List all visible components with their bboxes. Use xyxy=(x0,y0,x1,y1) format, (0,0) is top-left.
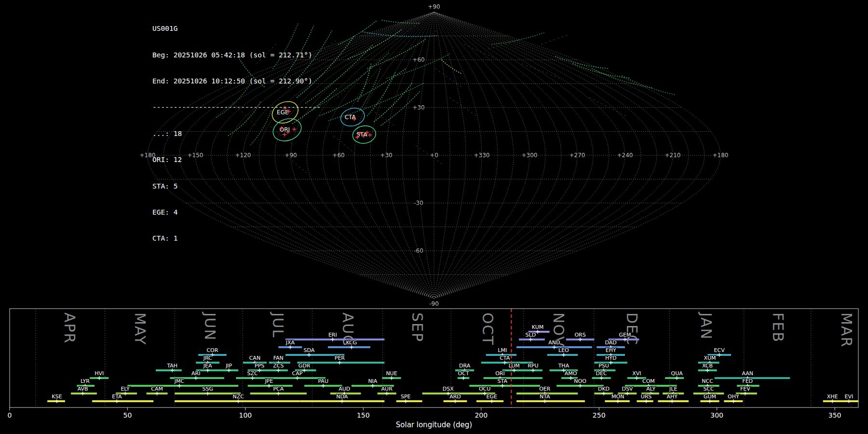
sporadic-trail xyxy=(589,97,627,117)
peak-marker-icon xyxy=(288,345,292,349)
shower-activity-PCA: PCA xyxy=(250,386,307,395)
shower-label: AAN xyxy=(742,370,753,377)
sporadic-trail xyxy=(522,64,559,78)
shower-activity-NOO: NOO xyxy=(556,378,604,388)
shower-activity-QUA: QUA xyxy=(665,370,684,380)
peak-marker-icon xyxy=(569,376,573,380)
peak-marker-icon xyxy=(602,392,606,395)
shower-label: LUM xyxy=(509,363,520,369)
peak-marker-icon xyxy=(531,368,535,372)
shower-activity-ORS: ORS xyxy=(566,332,595,341)
shower-label: QUA xyxy=(671,370,683,377)
shower-label: SCC xyxy=(703,386,714,392)
dec-label: +30 xyxy=(412,104,424,111)
ra-label: +240 xyxy=(617,152,633,159)
shower-label: EHY xyxy=(606,347,616,353)
shower-label: KUM xyxy=(532,324,543,330)
month-label-jun: JUN xyxy=(202,312,218,341)
shower-label: HYD xyxy=(605,355,616,361)
shower-label: COM xyxy=(642,378,655,384)
activity-chart: APRMAYJUNJULAUGSEPOCTNOVDECJANFEBMARKUME… xyxy=(8,309,858,429)
shower-activity-NZC: NZC xyxy=(175,393,299,403)
shower-label: RPU xyxy=(528,363,538,369)
peak-marker-icon xyxy=(708,399,712,403)
peak-marker-icon xyxy=(321,384,325,388)
peak-marker-icon xyxy=(307,353,311,357)
x-tick-label: 100 xyxy=(239,411,252,419)
ra-label: +30 xyxy=(380,152,392,159)
shower-label: CAM xyxy=(151,386,163,392)
x-axis-title: Solar longitude (deg) xyxy=(396,420,472,429)
peak-marker-icon xyxy=(338,361,341,365)
sporadic-trail xyxy=(464,44,497,59)
shower-activity-KSE: KSE xyxy=(47,393,65,403)
shower-label: PSU xyxy=(598,363,609,369)
shower-label: SPE xyxy=(401,393,411,400)
month-label-jul: JUL xyxy=(270,312,286,339)
shower-label: SSG xyxy=(202,386,213,392)
x-tick-label: 150 xyxy=(357,411,370,419)
shower-label: ZCS xyxy=(273,363,284,369)
peak-marker-icon xyxy=(258,368,261,372)
shower-label: ORI xyxy=(495,370,505,377)
shower-activity-SZC: SZC xyxy=(236,370,269,380)
shower-label: ARI xyxy=(191,370,200,377)
peak-marker-icon xyxy=(830,399,834,403)
month-label-jan: JAN xyxy=(698,312,715,340)
shower-label: XCB xyxy=(702,363,713,369)
ra-label: +270 xyxy=(570,152,585,159)
peak-marker-icon xyxy=(115,399,119,403)
month-label-apr: APR xyxy=(61,312,78,344)
shower-label: ALY xyxy=(646,386,655,392)
peak-marker-icon xyxy=(170,368,174,372)
dec-label: -60 xyxy=(414,247,423,254)
count-cta: CTA: 1 xyxy=(152,234,321,243)
pole-label-south: -90 xyxy=(429,300,439,307)
shower-label: ORS xyxy=(574,332,585,338)
shower-label: JRC xyxy=(203,355,212,361)
shower-activity-PAU: PAU xyxy=(304,378,342,388)
peak-marker-icon xyxy=(599,376,603,380)
shower-label: NZC xyxy=(232,393,244,400)
shower-label: FEV xyxy=(740,386,750,392)
shower-activity-ARD: ARD xyxy=(444,393,467,403)
shower-label: NIA xyxy=(368,378,377,384)
peak-marker-icon xyxy=(331,338,335,341)
peak-marker-icon xyxy=(340,399,344,403)
peak-marker-icon xyxy=(123,392,127,395)
sporadic-trail xyxy=(410,30,438,49)
shower-activity-EGE: EGE xyxy=(476,393,503,403)
observation-info: US001G Beg: 20251026 05:42:18 (sol = 212… xyxy=(152,7,321,260)
x-tick-label: 350 xyxy=(828,411,841,419)
shower-label: JEA xyxy=(203,363,212,369)
shower-activity-EVI: EVI xyxy=(841,393,858,403)
peak-marker-icon xyxy=(675,376,679,380)
dec-label: +60 xyxy=(412,56,424,63)
shower-label: TAH xyxy=(166,363,177,369)
sporadic-trail xyxy=(435,68,463,88)
peak-marker-icon xyxy=(718,353,721,357)
peak-marker-icon xyxy=(390,376,393,380)
shower-activity-ZCS: ZCS xyxy=(269,363,288,372)
dec-label: -30 xyxy=(414,200,423,206)
sporadic-trail xyxy=(338,73,366,97)
shower-label: DSV xyxy=(622,386,633,392)
shower-label: ARD xyxy=(449,393,461,400)
shower-activity-XCB: XCB xyxy=(698,363,717,372)
x-tick-label: 0 xyxy=(8,411,12,419)
ra-label: +330 xyxy=(474,152,490,159)
peak-marker-icon xyxy=(236,399,240,403)
peak-marker-icon xyxy=(503,361,507,365)
peak-marker-icon xyxy=(625,392,629,395)
end-time: End: 20251026 10:12:50 (sol = 212.90°) xyxy=(152,77,321,85)
shower-label: OHY xyxy=(728,393,739,400)
peak-marker-icon xyxy=(404,399,407,403)
shower-trail xyxy=(442,60,461,73)
shower-activity-JIP: JIP xyxy=(219,363,238,372)
shower-activity-OCT: OCT xyxy=(458,370,469,380)
shower-label: LEO xyxy=(558,347,569,353)
shower-label: OER xyxy=(539,386,551,392)
shower-activity-ERI: ERI xyxy=(285,332,384,341)
x-tick-label: 250 xyxy=(593,411,606,419)
shower-activity-URS: URS xyxy=(637,393,653,403)
